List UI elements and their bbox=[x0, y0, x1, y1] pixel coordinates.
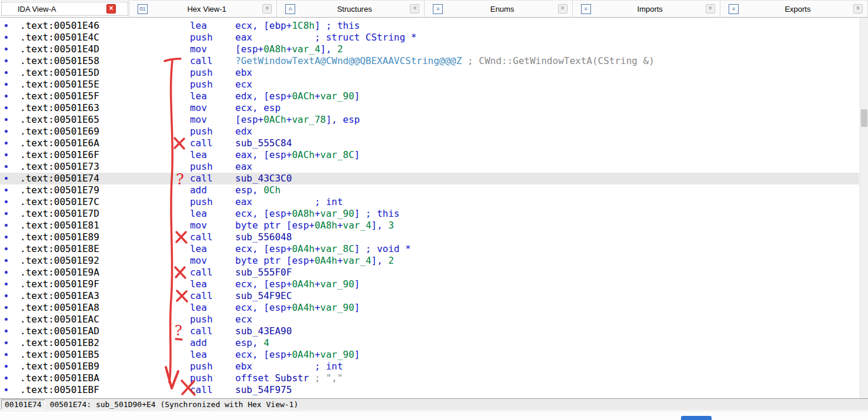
listing-line[interactable]: .text:00501E81 mov byte ptr [esp+0A8h+va… bbox=[0, 220, 859, 231]
code-segment: sub_555C84 bbox=[235, 137, 292, 149]
listing-line[interactable]: .text:00501E5F lea edx, [esp+0ACh+var_90… bbox=[0, 90, 859, 102]
code-segment: sub_54F9EC bbox=[235, 290, 292, 301]
code-segment: var_78 bbox=[292, 114, 326, 125]
code-segment: + bbox=[337, 255, 343, 266]
listing-line[interactable]: .text:00501EB2 add esp, 4 bbox=[0, 337, 859, 349]
code-segment: sub_54F975 bbox=[235, 384, 292, 395]
listing-line[interactable]: .text:00501E6A call sub_555C84 bbox=[0, 137, 859, 149]
tab-bar: IDA View-A×01Hex View-1×AStructures×≡Enu… bbox=[0, 1, 868, 18]
tab-close-button[interactable]: × bbox=[410, 4, 419, 14]
code-segment: push bbox=[190, 372, 235, 384]
listing-line[interactable]: .text:00501EBF call sub_54F975 bbox=[0, 384, 859, 396]
status-offset: 00101E74 bbox=[1, 399, 45, 409]
listing-line[interactable]: .text:00501EBA push offset Substr ; "," bbox=[0, 372, 859, 384]
imports-icon: ≡ bbox=[581, 4, 591, 14]
code-segment: ] bbox=[315, 20, 326, 31]
address-label: .text:00501E5E bbox=[20, 79, 99, 90]
gutter-dot bbox=[5, 330, 8, 332]
listing-line[interactable]: .text:00501E4D mov [esp+0A8h+var_4], 2 bbox=[0, 43, 859, 55]
gutter-dot bbox=[5, 130, 8, 133]
gutter-dot bbox=[5, 283, 8, 285]
listing-line[interactable]: .text:00501EB9 push ebx ; int bbox=[0, 361, 859, 372]
code-segment: + bbox=[286, 114, 292, 125]
ida-window: IDA View-A×01Hex View-1×AStructures×≡Enu… bbox=[0, 0, 868, 420]
code-segment: ], bbox=[371, 255, 388, 266]
code-segment: 0A4h bbox=[292, 278, 315, 290]
code-segment: push bbox=[190, 67, 235, 78]
code-segment: push bbox=[190, 161, 235, 172]
tab-close-button[interactable]: × bbox=[558, 4, 567, 14]
listing-line[interactable]: .text:00501E63 mov ecx, esp bbox=[0, 102, 859, 114]
tab-close-button[interactable]: × bbox=[706, 4, 715, 14]
code-segment: lea bbox=[190, 302, 235, 313]
scrollbar-thumb[interactable] bbox=[861, 109, 867, 127]
tab-structures[interactable]: AStructures× bbox=[277, 1, 425, 17]
listing-line[interactable]: .text:00501E73 push eax bbox=[0, 161, 859, 173]
listing-line[interactable]: .text:00501E5E push ecx bbox=[0, 79, 859, 90]
listing-line[interactable]: .text:00501E89 call sub_556048 bbox=[0, 231, 859, 243]
code-segment: 0A4h bbox=[292, 349, 315, 360]
listing-line[interactable]: .text:00501E4C push eax ; struct CString… bbox=[0, 32, 859, 43]
tab-enums[interactable]: ≡Enums× bbox=[425, 1, 572, 17]
listing-line[interactable]: .text:00501EB5 lea ecx, [esp+0A4h+var_90… bbox=[0, 349, 859, 361]
address-label: .text:00501E69 bbox=[20, 126, 99, 137]
address-label: .text:00501E5F bbox=[20, 90, 99, 102]
code-segment: [esp+ bbox=[286, 220, 315, 231]
address-label: .text:00501E6A bbox=[20, 137, 99, 149]
listing-line[interactable]: .text:00501E92 mov byte ptr [esp+0A4h+va… bbox=[0, 255, 859, 267]
code-segment: [esp+ bbox=[286, 255, 315, 266]
tab-exports[interactable]: ≡Exports× bbox=[720, 1, 868, 17]
tab-ida-view-a[interactable]: IDA View-A× bbox=[0, 1, 129, 17]
gutter-dot bbox=[5, 306, 8, 309]
code-segment: ; this bbox=[366, 208, 400, 219]
gutter-dot bbox=[5, 200, 8, 203]
listing-line[interactable]: .text:00501E79 add esp, 0Ch bbox=[0, 184, 859, 196]
code-segment: edx bbox=[235, 126, 252, 137]
address-label: .text:00501E46 bbox=[20, 20, 99, 31]
listing-line[interactable]: .text:00501E9A call sub_555F0F bbox=[0, 267, 859, 278]
gutter-dot bbox=[5, 388, 8, 391]
listing-line[interactable]: .text:00501EA8 lea ecx, [esp+0A4h+var_90… bbox=[0, 302, 859, 314]
listing-line[interactable]: .text:00501E58 call ?GetWindowTextA@CWnd… bbox=[0, 55, 859, 67]
listing-line[interactable]: .text:00501E8E lea ecx, [esp+0A4h+var_8C… bbox=[0, 243, 859, 255]
tab-hex-view-1[interactable]: 01Hex View-1× bbox=[129, 1, 277, 17]
tab-imports[interactable]: ≡Imports× bbox=[573, 1, 720, 17]
gutter-dot bbox=[5, 142, 8, 145]
listing-line[interactable]: .text:00501E7D lea ecx, [esp+0A8h+var_90… bbox=[0, 208, 859, 220]
address-label: .text:00501E5D bbox=[20, 67, 99, 78]
listing-line[interactable]: .text:00501E69 push edx bbox=[0, 126, 859, 137]
gutter-dot bbox=[5, 318, 8, 321]
tab-close-button[interactable]: × bbox=[106, 4, 116, 14]
gutter-dot bbox=[5, 36, 8, 39]
listing-line[interactable]: .text:00501E65 mov [esp+0ACh+var_78], es… bbox=[0, 114, 859, 126]
code-segment: add bbox=[190, 184, 235, 196]
listing-line[interactable]: .text:00501E5D push ebx bbox=[0, 67, 859, 79]
code-segment: Substr bbox=[275, 372, 314, 384]
listing-line[interactable]: .text:00501E74 call sub_43C3C0 bbox=[0, 173, 859, 184]
listing-line[interactable]: .text:00501E9F lea ecx, [esp+0A4h+var_90… bbox=[0, 278, 859, 290]
code-segment: push bbox=[190, 32, 235, 43]
listing-line[interactable]: .text:00501EAD call sub_43EA90 bbox=[0, 325, 859, 337]
address-label: .text:00501EBA bbox=[20, 372, 99, 384]
vertical-scrollbar[interactable] bbox=[860, 18, 868, 398]
listing-line[interactable]: .text:00501E6F lea eax, [esp+0ACh+var_8C… bbox=[0, 149, 859, 161]
code-segment: sub_43EA90 bbox=[235, 325, 292, 337]
gutter-dot bbox=[5, 353, 8, 356]
code-segment: lea bbox=[190, 349, 235, 360]
tab-label: Imports bbox=[595, 5, 706, 14]
code-segment: lea bbox=[190, 208, 235, 219]
address-label: .text:00501EB2 bbox=[20, 337, 99, 348]
listing-line[interactable]: .text:00501E7C push eax ; int bbox=[0, 196, 859, 208]
gutter-dot bbox=[5, 153, 8, 156]
code-segment: 0ACh bbox=[263, 114, 286, 125]
code-segment: call bbox=[190, 55, 235, 66]
listing-line[interactable]: .text:00501EAC push ecx bbox=[0, 314, 859, 325]
listing-line[interactable]: .text:00501EA3 call sub_54F9EC bbox=[0, 290, 859, 302]
tab-close-button[interactable]: × bbox=[262, 4, 272, 14]
tab-close-button[interactable]: × bbox=[853, 4, 863, 14]
listing-line[interactable]: .text:00501E46 lea ecx, [ebp+1C8h] ; thi… bbox=[0, 20, 859, 32]
code-segment: call bbox=[190, 325, 235, 337]
disassembly-listing[interactable]: .text:00501E46 lea ecx, [ebp+1C8h] ; thi… bbox=[0, 18, 859, 398]
code-segment: ; int bbox=[315, 196, 343, 207]
code-segment: call bbox=[190, 173, 235, 184]
